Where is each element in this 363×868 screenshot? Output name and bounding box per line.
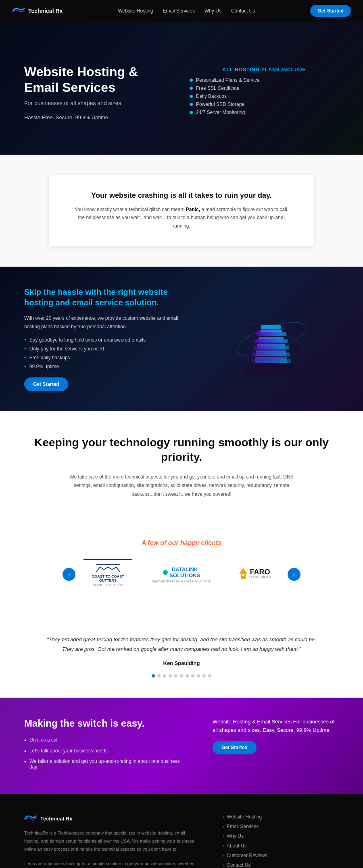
svg-rect-18 xyxy=(242,574,243,576)
priority-section: Keeping your technology running smoothly… xyxy=(0,411,363,523)
switch-cta-button[interactable]: Get Started xyxy=(213,741,257,754)
panic-section: Your website crashing is all it takes to… xyxy=(48,175,315,247)
footer-link-customer-reviews[interactable]: Customer Reviews xyxy=(223,853,339,858)
hero-tagline: Hassle-Free. Secure. 99.9% Uptime. xyxy=(24,114,173,120)
plan-item-1: Personalized Plans & Service xyxy=(190,77,339,83)
dot-4[interactable] xyxy=(169,674,172,677)
hero-left: Website Hosting & Email Services For bus… xyxy=(24,64,173,120)
datalink-name: DATALINKSOLUTIONS xyxy=(169,566,200,578)
footer-logo-icon xyxy=(24,814,37,823)
switch-list-item-1: Give us a call. xyxy=(24,737,188,744)
switch-left: Making the switch is easy. Give us a cal… xyxy=(24,718,188,774)
switch-list-item-3: We tailor a solution and get you up-and-… xyxy=(24,758,188,770)
faro-building-icon xyxy=(239,568,247,579)
plan-item-4: Powerful SSD Storage xyxy=(190,102,339,107)
footer-right: Website Hosting Email Services Why Us Ab… xyxy=(223,814,339,868)
dot-11[interactable] xyxy=(208,674,211,677)
solution-cta-button[interactable]: Get Started xyxy=(24,377,68,391)
dot-7[interactable] xyxy=(186,674,189,677)
footer-link-email-services[interactable]: Email Services xyxy=(223,824,339,829)
footer-desc-1: TechnicalRx is a Florida-based company t… xyxy=(24,829,198,853)
solution-title: Skip the hassle with the right website h… xyxy=(24,287,187,308)
client-logo-coast: COAST TO COASTGUTTERS SEAMLESS GUTTERS xyxy=(83,559,132,591)
footer-top: Technical Rx TechnicalRx is a Florida-ba… xyxy=(24,814,339,868)
switch-right-text: Website Hosting & Email Services For bus… xyxy=(213,718,339,735)
svg-rect-4 xyxy=(252,352,290,356)
plan-dot-2 xyxy=(190,87,193,90)
faro-name: FARO xyxy=(250,568,270,576)
nav-why-us[interactable]: Why Us xyxy=(204,8,221,14)
datalink-sub: INNOVATIVE REVENUE CYCLE SOLUTIONS xyxy=(152,580,211,583)
footer-nav-item-1: Website Hosting xyxy=(223,814,339,820)
switch-right: Website Hosting & Email Services For bus… xyxy=(213,718,339,755)
coast-sub: SEAMLESS GUTTERS xyxy=(93,584,123,586)
svg-marker-17 xyxy=(239,568,247,574)
plan-dot-4 xyxy=(190,103,193,106)
plan-dot-1 xyxy=(190,79,193,82)
nav-website-hosting[interactable]: Website Hosting xyxy=(118,8,153,14)
carousel-prev-button[interactable]: ‹ xyxy=(63,568,75,581)
panic-title: Your website crashing is all it takes to… xyxy=(73,191,290,200)
dot-3[interactable] xyxy=(163,674,166,677)
footer-nav-item-2: Email Services xyxy=(223,824,339,829)
plan-item-2: Free SSL Certificate xyxy=(190,85,339,91)
footer-link-contact-us[interactable]: Contact Us xyxy=(223,862,339,868)
nav-contact-us[interactable]: Contact Us xyxy=(231,8,255,14)
dot-9[interactable] xyxy=(197,674,200,677)
footer-link-about-us[interactable]: About Us xyxy=(223,843,339,849)
header-cta-button[interactable]: Get Started xyxy=(310,5,351,17)
svg-rect-19 xyxy=(243,574,244,576)
dot-10[interactable] xyxy=(202,674,206,677)
dot-5[interactable] xyxy=(174,674,177,677)
header: Technical Rx Website Hosting Email Servi… xyxy=(0,0,363,22)
solution-list-item-3: Free daily backups xyxy=(24,355,187,360)
clients-heading: A few of our happy clients xyxy=(24,539,339,547)
switch-list: Give us a call. Let’s talk about your bu… xyxy=(24,737,188,770)
plan-item-5: 24/7 Server Monitoring xyxy=(190,110,339,115)
logo[interactable]: Technical Rx xyxy=(12,6,63,15)
client-logos: COAST TO COASTGUTTERS SEAMLESS GUTTERS D… xyxy=(83,559,279,591)
footer-link-why-us[interactable]: Why Us xyxy=(223,833,339,839)
switch-title: Making the switch is easy. xyxy=(24,718,188,729)
plan-dot-5 xyxy=(190,111,193,114)
hero-title: Website Hosting & Email Services xyxy=(24,64,173,95)
footer-logo: Technical Rx xyxy=(24,814,198,823)
clients-section: A few of our happy clients ‹ COAST TO CO… xyxy=(0,523,363,623)
footer-nav-item-4: About Us xyxy=(223,843,339,849)
plans-heading: ALL HOSTING PLANS INCLUDE xyxy=(190,67,339,73)
panic-text: You know exactly what a technical glitch… xyxy=(73,205,290,230)
footer-nav: Website Hosting Email Services Why Us Ab… xyxy=(223,814,339,868)
footer-left: Technical Rx TechnicalRx is a Florida-ba… xyxy=(24,814,198,868)
svg-rect-8 xyxy=(255,339,288,343)
faro-sub: CAPITAL GROUP xyxy=(249,576,271,579)
dot-1[interactable] xyxy=(152,674,155,677)
footer-logo-text: Technical Rx xyxy=(40,816,72,822)
plan-item-3: Daily Backups xyxy=(190,93,339,99)
solution-list-item-2: Only pay for the services you need xyxy=(24,346,187,352)
footer-nav-item-5: Customer Reviews xyxy=(223,853,339,858)
coast-name: COAST TO COASTGUTTERS xyxy=(92,574,124,583)
nav-email-services[interactable]: Email Services xyxy=(163,8,195,14)
client-logo-datalink: DATALINKSOLUTIONS INNOVATIVE REVENUE CYC… xyxy=(144,562,219,587)
dot-8[interactable] xyxy=(191,674,194,677)
solution-section: Skip the hassle with the right website h… xyxy=(0,267,363,411)
solution-list-item-4: 99.9% uptime xyxy=(24,364,187,369)
footer: Technical Rx TechnicalRx is a Florida-ba… xyxy=(0,794,363,868)
logo-text: Technical Rx xyxy=(28,8,63,14)
dot-2[interactable] xyxy=(157,674,161,677)
logo-icon xyxy=(12,6,25,15)
testimonial-author: Ken Spaulding xyxy=(40,660,323,666)
server-graphic xyxy=(227,295,315,383)
carousel-next-button[interactable]: › xyxy=(288,568,300,581)
switch-list-item-2: Let’s talk about your business needs. xyxy=(24,748,188,755)
clients-carousel: ‹ COAST TO COASTGUTTERS SEAMLESS GUTTERS xyxy=(24,559,339,591)
main-nav: Website Hosting Email Services Why Us Co… xyxy=(118,8,255,14)
client-logo-faro: FARO CAPITAL GROUP xyxy=(231,564,280,585)
footer-nav-item-6: Contact Us xyxy=(223,862,339,868)
switch-section: Making the switch is easy. Give us a cal… xyxy=(0,698,363,794)
testimonial-dots xyxy=(40,674,323,677)
dot-6[interactable] xyxy=(180,674,183,677)
footer-link-website-hosting[interactable]: Website Hosting xyxy=(223,814,339,820)
solution-right xyxy=(203,295,339,383)
svg-point-0 xyxy=(243,362,299,377)
